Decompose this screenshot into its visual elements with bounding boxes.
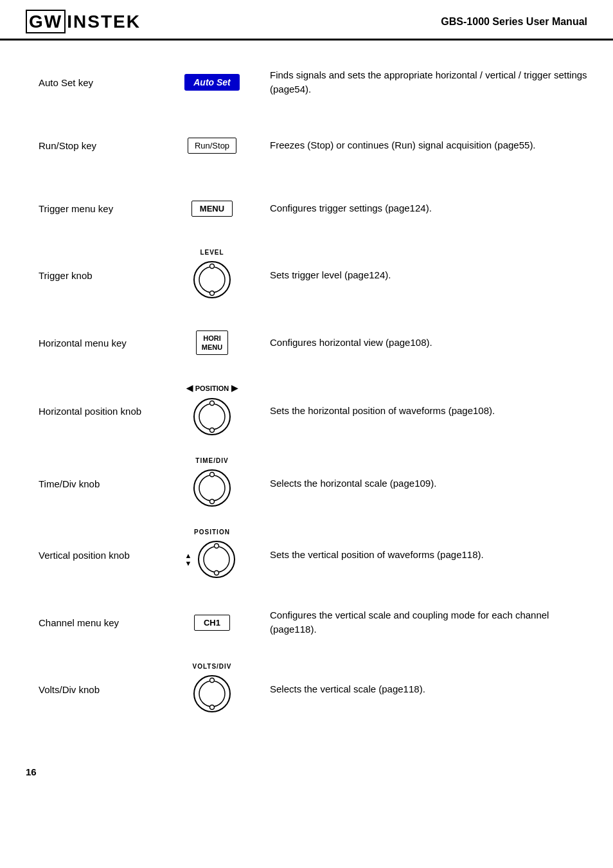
svg-point-13	[204, 547, 229, 572]
label-trigger-menu-key: Trigger menu key	[39, 202, 167, 215]
row-vertical-position-knob: Vertical position knob POSITION ▲ ▼	[39, 529, 587, 582]
control-vertical-position-knob: POSITION ▲ ▼	[167, 529, 257, 582]
label-volts-div-knob: Volts/Div knob	[39, 683, 167, 696]
control-horizontal-menu-key: HORIMENU	[167, 330, 257, 356]
svg-point-17	[199, 681, 225, 707]
volts-div-knob-container: VOLTS/DIV	[190, 663, 235, 716]
label-horizontal-menu-key: Horizontal menu key	[39, 336, 167, 350]
svg-point-18	[210, 678, 215, 683]
row-horizontal-menu-key: Horizontal menu key HORIMENU Configures …	[39, 320, 587, 365]
svg-point-10	[210, 473, 215, 477]
trigger-knob-label: LEVEL	[200, 249, 224, 256]
label-run-stop-key: Run/Stop key	[39, 139, 167, 152]
row-volts-div-knob: Volts/Div knob VOLTS/DIV Selects the ver…	[39, 663, 587, 716]
label-channel-menu-key: Channel menu key	[39, 616, 167, 629]
control-trigger-menu-key: MENU	[167, 201, 257, 217]
run-stop-button[interactable]: Run/Stop	[188, 138, 236, 154]
row-trigger-knob: Trigger knob LEVEL Sets trigger level (p…	[39, 249, 587, 302]
time-div-knob-label: TIME/DIV	[195, 457, 228, 464]
control-horizontal-position-knob: ◀ POSITION ▶	[167, 383, 257, 439]
svg-point-14	[215, 544, 219, 548]
down-arrow-icon: ▼	[185, 559, 192, 567]
desc-trigger-menu-key: Configures trigger settings (page124).	[257, 201, 587, 216]
auto-set-button[interactable]: Auto Set	[184, 74, 240, 91]
desc-channel-menu-key: Configures the vertical scale and coupli…	[257, 608, 587, 637]
label-auto-set-key: Auto Set key	[39, 76, 167, 89]
row-auto-set-key: Auto Set key Auto Set Finds signals and …	[39, 60, 587, 105]
row-time-div-knob: Time/Div knob TIME/DIV Selects the horiz…	[39, 457, 587, 511]
svg-point-3	[210, 291, 215, 296]
svg-point-1	[199, 267, 225, 293]
desc-run-stop-key: Freezes (Stop) or continues (Run) signal…	[257, 138, 587, 153]
time-div-knob-container: TIME/DIV	[190, 457, 235, 511]
control-auto-set-key: Auto Set	[167, 74, 257, 91]
trigger-knob-container: LEVEL	[190, 249, 235, 302]
label-horizontal-position-knob: Horizontal position knob	[39, 404, 167, 418]
control-volts-div-knob: VOLTS/DIV	[167, 663, 257, 716]
volts-div-knob-svg	[190, 671, 235, 716]
page-header: GWINSTEK GBS-1000 Series User Manual	[0, 0, 613, 41]
logo: GWINSTEK	[26, 12, 141, 32]
control-trigger-knob: LEVEL	[167, 249, 257, 302]
channel-menu-button[interactable]: CH1	[194, 615, 230, 631]
desc-auto-set-key: Finds signals and sets the appropriate h…	[257, 68, 587, 97]
horizontal-position-knob-svg	[190, 394, 235, 439]
row-channel-menu-key: Channel menu key CH1 Configures the vert…	[39, 600, 587, 645]
vertical-position-label: POSITION	[194, 529, 230, 536]
svg-point-5	[199, 404, 225, 429]
right-arrow-icon: ▶	[231, 383, 238, 393]
svg-point-7	[210, 428, 215, 433]
left-arrow-icon: ◀	[186, 383, 193, 393]
vertical-position-knob-container: POSITION ▲ ▼	[185, 529, 240, 582]
trigger-knob-svg	[190, 257, 235, 302]
vertical-position-knob-svg	[194, 537, 239, 582]
svg-point-2	[210, 264, 215, 269]
desc-horizontal-menu-key: Configures horizontal view (page108).	[257, 336, 587, 350]
row-trigger-menu-key: Trigger menu key MENU Configures trigger…	[39, 186, 587, 231]
label-trigger-knob: Trigger knob	[39, 269, 167, 282]
horizontal-menu-button[interactable]: HORIMENU	[196, 330, 228, 356]
horizontal-position-knob-container: ◀ POSITION ▶	[186, 383, 238, 439]
volts-div-knob-label: VOLTS/DIV	[192, 663, 231, 670]
page-number: 16	[26, 766, 37, 777]
time-div-knob-svg	[190, 466, 235, 511]
row-horizontal-position-knob: Horizontal position knob ◀ POSITION ▶ Se…	[39, 383, 587, 439]
desc-vertical-position-knob: Sets the vertical position of waveforms …	[257, 548, 587, 563]
svg-point-6	[210, 401, 215, 406]
svg-point-9	[199, 475, 225, 501]
logo-gw: GW	[26, 10, 66, 33]
row-run-stop-key: Run/Stop key Run/Stop Freezes (Stop) or …	[39, 123, 587, 168]
desc-time-div-knob: Selects the horizontal scale (page109).	[257, 476, 587, 491]
horizontal-position-label-row: ◀ POSITION ▶	[186, 383, 238, 393]
main-content: Auto Set key Auto Set Finds signals and …	[0, 41, 613, 760]
horizontal-position-label: POSITION	[195, 384, 229, 392]
page-footer: 16	[0, 760, 613, 784]
svg-point-15	[215, 571, 219, 575]
label-vertical-position-knob: Vertical position knob	[39, 548, 167, 562]
page-title: GBS-1000 Series User Manual	[441, 16, 587, 28]
control-run-stop-key: Run/Stop	[167, 138, 257, 154]
control-channel-menu-key: CH1	[167, 615, 257, 631]
svg-point-11	[210, 500, 215, 504]
desc-volts-div-knob: Selects the vertical scale (page118).	[257, 682, 587, 697]
label-time-div-knob: Time/Div knob	[39, 477, 167, 491]
vertical-arrows-row: ▲ ▼	[185, 537, 240, 582]
desc-horizontal-position-knob: Sets the horizontal position of waveform…	[257, 404, 587, 419]
trigger-menu-button[interactable]: MENU	[191, 201, 233, 217]
desc-trigger-knob: Sets trigger level (page124).	[257, 268, 587, 283]
control-time-div-knob: TIME/DIV	[167, 457, 257, 511]
svg-point-19	[210, 705, 215, 710]
up-arrow-icon: ▲	[185, 552, 192, 559]
